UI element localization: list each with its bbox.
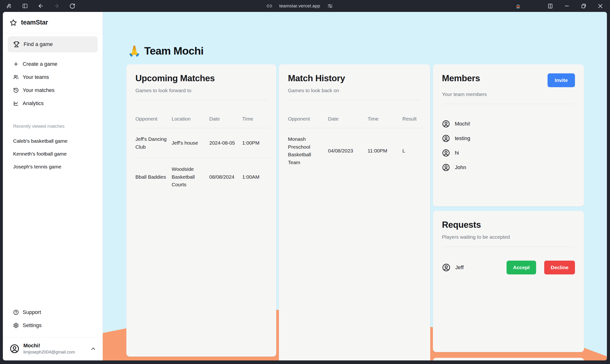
split-view-icon[interactable] [547,2,554,10]
card-title: Match History [288,73,421,83]
opponent-cell: Bball Baddies [135,166,167,188]
member-name: John [455,164,466,170]
table-header-row: Opponent Date Time Result [288,116,425,128]
sidebar-item-label: Find a game [24,41,53,47]
sidebar-item-label: Analytics [23,100,44,106]
divider [135,100,267,100]
location-cell: Woodside Basketball Courts [172,158,205,196]
recent-match-item[interactable]: Kenneth's football game [3,147,103,160]
divider [442,104,575,104]
app-window: teamStar Find a game Create a game Your … [3,12,607,360]
column-header: Result [402,116,423,128]
sidebar-item-settings[interactable]: Settings [3,319,103,332]
divider [442,247,575,247]
user-circle-icon [10,344,20,354]
star-logo-icon [10,19,17,26]
location-cell: Jeff's house [172,132,205,154]
sidebar-item-label: Support [23,309,41,315]
site-settings-icon[interactable] [327,3,333,9]
brand: teamStar [3,12,103,33]
card-title: Requests [442,220,575,230]
user-meta: Mochi! limjoseph2004@gmail.com [23,343,86,355]
browser-topbar: teamstar.vercel.app [0,0,610,12]
sidebar-item-your-teams[interactable]: Your teams [3,70,103,84]
invite-button[interactable]: Invite [547,73,575,87]
column-header: Time [368,116,398,128]
table-row: Monash Preschool Basketball Team 04/08/2… [288,128,425,173]
user-name: Mochi! [23,343,86,349]
sidebar: teamStar Find a game Create a game Your … [3,12,103,360]
members-card: Members Invite Your team members Mochi! … [433,64,584,207]
user-circle-icon [442,163,450,171]
history-icon [13,87,19,93]
column-header: Opponent [135,116,167,128]
card-subtitle: Players waiting to be accepted [442,234,575,240]
requests-card: Requests Players waiting to be accepted … [433,211,584,352]
user-menu[interactable]: Mochi! limjoseph2004@gmail.com [3,337,103,360]
trophy-icon [13,41,20,47]
column-header: Opponent [288,116,324,128]
forward-icon[interactable] [53,2,60,10]
card-subtitle: Games to look forward to [135,88,267,93]
table-row: Jeff's Dancing Club Jeff's house 2024-08… [135,128,271,158]
sidebar-toggle-icon[interactable] [21,2,29,10]
date-cell: 2024-08-05 [209,132,238,154]
link-icon [266,3,272,9]
recently-viewed-label: Recently viewed matches [3,124,103,129]
gear-icon [13,323,19,328]
user-email: limjoseph2004@gmail.com [23,350,86,355]
upcoming-matches-card: Upcoming Matches Games to look forward t… [126,64,276,357]
sidebar-item-support[interactable]: Support [3,306,103,319]
decline-button[interactable]: Decline [544,260,575,274]
restore-icon[interactable] [580,2,587,10]
page-title: 🙏 Team Mochi [128,45,204,57]
card-subtitle: Games to look back on [288,88,421,93]
sidebar-item-find-a-game[interactable]: Find a game [8,37,97,52]
card-subtitle: Your team members [442,91,575,97]
member-row: testing [442,131,575,145]
member-name: Mochi! [455,121,470,127]
url-text[interactable]: teamstar.vercel.app [279,3,320,9]
member-row: hi [442,145,575,160]
accept-button[interactable]: Accept [506,260,536,274]
date-cell: 04/08/2023 [328,140,363,162]
upcoming-table: Opponent Location Date Time Jeff's Danci… [135,116,271,196]
opponent-cell: Jeff's Dancing Club [135,128,167,158]
request-name: Jeff [455,264,464,271]
team-name: Team Mochi [144,45,204,57]
plus-icon [13,61,19,67]
divider [288,100,421,100]
profile-avatar[interactable] [515,3,521,9]
column-header: Date [209,116,238,128]
partial-card [433,358,584,360]
request-row: Jeff Accept Decline [442,260,575,274]
sidebar-item-label: Your teams [23,74,49,80]
table-header-row: Opponent Location Date Time [135,116,271,128]
column-header: Time [242,116,262,128]
card-title: Upcoming Matches [135,73,267,83]
card-title: Members [442,73,480,83]
reload-icon[interactable] [69,2,76,10]
brand-name: teamStar [21,19,48,26]
time-cell: 11:00PM [368,140,398,162]
user-circle-icon [442,263,451,272]
date-cell: 08/08/2024 [209,166,238,188]
recent-match-item[interactable]: Caleb's basketball game [3,135,103,147]
close-icon[interactable] [597,2,604,10]
member-list: Mochi! testing hi John [442,117,575,175]
sidebar-item-analytics[interactable]: Analytics [3,97,103,110]
result-cell: L [402,140,423,162]
browser-logo-icon[interactable] [6,2,13,10]
sidebar-item-label: Your matches [23,87,54,93]
member-name: hi [455,150,459,156]
user-circle-icon [442,149,450,157]
column-header: Date [328,116,363,128]
time-cell: 1:00PM [242,132,262,154]
back-icon[interactable] [37,2,44,10]
match-history-card: Match History Games to look back on Oppo… [279,64,430,360]
table-row: Bball Baddies Woodside Basketball Courts… [135,158,271,196]
sidebar-item-your-matches[interactable]: Your matches [3,84,103,97]
recent-match-item[interactable]: Joseph's tennis game [3,160,103,173]
sidebar-item-create-a-game[interactable]: Create a game [3,57,103,70]
minimize-icon[interactable] [563,2,570,10]
